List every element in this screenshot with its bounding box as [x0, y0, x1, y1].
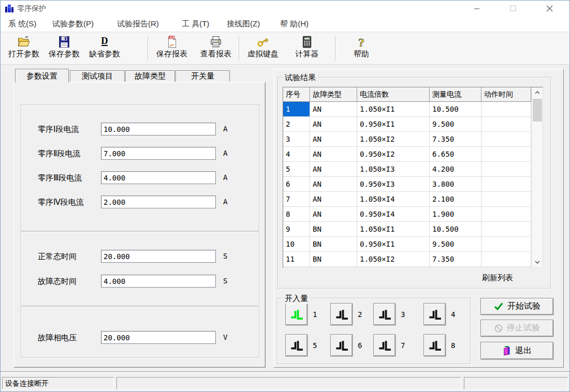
table-cell[interactable]: 1.900	[430, 207, 481, 222]
field-input[interactable]	[101, 123, 216, 135]
table-cell[interactable]: 10.500	[430, 102, 481, 117]
digital-input-switch-5[interactable]	[285, 334, 308, 356]
digital-input-switch-8[interactable]	[423, 334, 446, 356]
table-row-10[interactable]: 10BN0.950×I19.500	[283, 237, 543, 252]
table-cell[interactable]: 1.050×I1	[357, 102, 430, 117]
table-row-9[interactable]: 9BN1.050×I110.500	[283, 222, 543, 237]
field-input[interactable]	[101, 147, 216, 160]
menu-item-6[interactable]: 帮 助(H)	[280, 19, 309, 29]
vertical-scrollbar[interactable]	[531, 87, 543, 267]
table-row-7[interactable]: 7AN1.050×I42.100	[283, 192, 543, 207]
table-cell[interactable]: 0.950×I4	[357, 207, 430, 222]
toolbar-save-params-button[interactable]: 保存参数	[44, 34, 84, 63]
close-button[interactable]	[537, 1, 561, 16]
table-cell[interactable]: 0.950×I1	[357, 237, 430, 252]
table-cell[interactable]: 9.500	[430, 237, 481, 252]
field-input[interactable]	[101, 331, 216, 344]
digital-input-switch-7[interactable]	[373, 334, 396, 356]
scrollbar-thumb[interactable]	[533, 99, 542, 122]
refresh-list-link[interactable]: 刷新列表	[482, 273, 513, 283]
table-cell[interactable]: AN	[310, 147, 357, 162]
table-row-2[interactable]: 2AN0.950×I19.500	[283, 117, 543, 132]
table-cell[interactable]: 1	[283, 102, 310, 117]
table-cell[interactable]: 0.950×I2	[357, 147, 430, 162]
table-cell[interactable]: BN	[310, 237, 357, 252]
menu-item-2[interactable]: 试验参数(P)	[52, 19, 94, 29]
table-row-1[interactable]: 1AN1.050×I110.500	[283, 102, 543, 117]
menu-item-4[interactable]: 工 具(T)	[182, 19, 209, 29]
field-input[interactable]	[101, 275, 216, 288]
table-cell[interactable]	[481, 252, 531, 267]
field-input[interactable]	[101, 250, 216, 263]
table-cell[interactable]: 9.500	[430, 117, 481, 132]
table-cell[interactable]: AN	[310, 162, 357, 177]
table-cell[interactable]: 10.500	[430, 222, 481, 237]
table-row-4[interactable]: 4AN0.950×I26.650	[283, 147, 543, 162]
table-cell[interactable]: 7.350	[430, 252, 481, 267]
digital-input-switch-4[interactable]	[423, 303, 446, 325]
table-cell[interactable]	[481, 132, 531, 147]
tab-2[interactable]: 测试项目	[70, 70, 125, 82]
table-cell[interactable]	[481, 222, 531, 237]
table-cell[interactable]	[481, 102, 531, 117]
table-cell[interactable]: 3	[283, 132, 310, 147]
table-cell[interactable]: 1.050×I2	[357, 252, 430, 267]
table-cell[interactable]: 9	[283, 222, 310, 237]
table-cell[interactable]	[481, 177, 531, 192]
table-cell[interactable]	[481, 147, 531, 162]
tab-3[interactable]: 故障类型	[125, 70, 175, 82]
toolbar-default-params-button[interactable]: D缺省参数	[84, 34, 125, 63]
exit-button[interactable]: 退出	[480, 342, 553, 359]
table-cell[interactable]: 1.050×I1	[357, 222, 430, 237]
table-cell[interactable]: 1.050×I2	[357, 132, 430, 147]
table-cell[interactable]: 0.950×I3	[357, 177, 430, 192]
menu-item-3[interactable]: 试验报告(R)	[117, 19, 159, 29]
start-test-button[interactable]: 开始试验	[480, 298, 553, 315]
table-row-3[interactable]: 3AN1.050×I27.350	[283, 132, 543, 147]
menu-item-1[interactable]: 系 统(S)	[8, 19, 36, 29]
table-cell[interactable]: 6.650	[430, 147, 481, 162]
table-cell[interactable]: 0.950×I1	[357, 117, 430, 132]
column-header-2[interactable]: 故障类型	[310, 87, 357, 102]
digital-input-switch-2[interactable]	[330, 303, 353, 325]
table-cell[interactable]	[481, 207, 531, 222]
toolbar-calculator-button[interactable]: 计算器	[287, 34, 327, 63]
maximize-button[interactable]	[501, 1, 525, 16]
table-row-6[interactable]: 6AN0.950×I33.800	[283, 177, 543, 192]
scroll-up-arrow[interactable]	[532, 87, 543, 98]
table-cell[interactable]: AN	[310, 132, 357, 147]
table-cell[interactable]: 4.200	[430, 162, 481, 177]
toolbar-open-params-button[interactable]: 打开参数	[4, 34, 44, 63]
minimize-button[interactable]	[465, 1, 489, 16]
table-cell[interactable]: 2	[283, 117, 310, 132]
table-cell[interactable]	[481, 162, 531, 177]
table-cell[interactable]	[481, 117, 531, 132]
field-input[interactable]	[101, 171, 216, 184]
field-input[interactable]	[101, 195, 216, 208]
table-cell[interactable]: 5	[283, 162, 310, 177]
table-cell[interactable]: 4	[283, 147, 310, 162]
table-cell[interactable]: BN	[310, 252, 357, 267]
menu-item-5[interactable]: 接线图(Z)	[227, 19, 260, 29]
table-cell[interactable]: 6	[283, 177, 310, 192]
table-cell[interactable]: 11	[283, 252, 310, 267]
toolbar-save-report-button[interactable]: EXL保存报表	[152, 34, 192, 63]
table-cell[interactable]: AN	[310, 207, 357, 222]
table-cell[interactable]: 8	[283, 207, 310, 222]
digital-input-switch-6[interactable]	[330, 334, 353, 356]
table-cell[interactable]: 1.050×I3	[357, 162, 430, 177]
column-header-5[interactable]: 动作时间	[481, 87, 531, 102]
column-header-3[interactable]: 电流倍数	[357, 87, 430, 102]
table-cell[interactable]: 10	[283, 237, 310, 252]
table-cell[interactable]: AN	[310, 177, 357, 192]
tab-4[interactable]: 开关量	[176, 70, 230, 82]
digital-input-switch-1[interactable]	[285, 303, 308, 325]
table-row-11[interactable]: 11BN1.050×I27.350	[283, 252, 543, 267]
table-cell[interactable]: AN	[310, 117, 357, 132]
table-cell[interactable]: AN	[310, 102, 357, 117]
table-cell[interactable]	[481, 237, 531, 252]
toolbar-help-button[interactable]: ?帮助	[341, 34, 382, 63]
column-header-1[interactable]: 序号	[283, 87, 310, 102]
table-cell[interactable]: 7	[283, 192, 310, 207]
table-row-8[interactable]: 8AN0.950×I41.900	[283, 207, 543, 222]
